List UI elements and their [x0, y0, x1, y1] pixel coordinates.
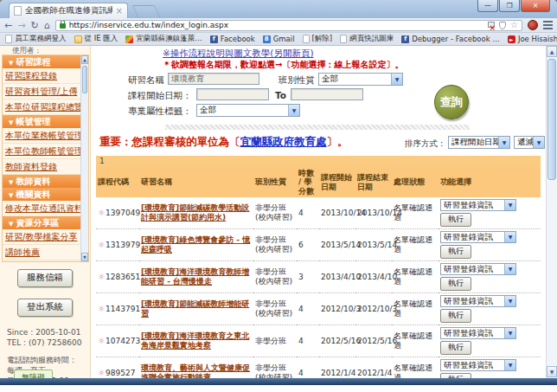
- url-text[interactable]: https://inservice.edu.tw/index_login.asp…: [69, 21, 483, 29]
- execute-button[interactable]: 執行: [440, 341, 471, 355]
- extension-icon[interactable]: [528, 20, 538, 30]
- sidebar-item[interactable]: 研習/教學檔案分享: [3, 229, 80, 245]
- action-select[interactable]: 研習登錄資訊▼: [440, 327, 516, 339]
- sidebar-scroll-up-icon[interactable]: ▲: [81, 55, 88, 64]
- action-select[interactable]: 研習登錄資訊▼: [440, 295, 516, 307]
- restore-button[interactable]: ❒: [499, 0, 520, 12]
- review-unit-link[interactable]: 宜蘭縣政府教育處: [240, 135, 327, 148]
- start-date-cell: 2013/4/10: [319, 261, 355, 293]
- reload-icon[interactable]: ↻: [30, 21, 38, 30]
- close-button[interactable]: ×: [521, 0, 550, 12]
- new-tab-button[interactable]: [132, 5, 161, 17]
- course-flag-icon: ☼: [98, 273, 105, 281]
- course-name-input[interactable]: [168, 73, 259, 85]
- browser-tab[interactable]: 全國教師在職進修資訊網 ×: [9, 3, 128, 18]
- facebook-icon: f: [401, 35, 409, 43]
- start-date-from-input[interactable]: [196, 88, 269, 100]
- bookmark-item[interactable]: 從 IE 匯入: [74, 34, 118, 44]
- table-row: ☼1397049[環境教育]節能減碳教學活動設計與演示講習(節約用水)非學分班 …: [96, 197, 541, 229]
- sidebar-item[interactable]: 本單位教師帳號管理: [3, 144, 80, 159]
- bookmark-item[interactable]: ►Joe Hisaishi in Budok…: [508, 35, 557, 43]
- course-title-link[interactable]: [環境教育]節能減碳教學活動設計與演示講習(節約用水): [141, 203, 249, 222]
- hours-cell: 3: [297, 261, 319, 293]
- tab-close-icon[interactable]: ×: [116, 7, 123, 16]
- help-link[interactable]: ※操作流程說明與圖文教學(另開新頁): [163, 48, 314, 60]
- bookmark-item[interactable]: 8Gmail: [263, 35, 295, 43]
- bookmark-label: Facebook: [221, 35, 255, 43]
- bookmark-item[interactable]: fDebugger - Facebook …: [401, 35, 500, 43]
- status-cell: 名單確認通過: [392, 229, 439, 261]
- bookmark-label: 宜蘭縣蘇澳鎮蓬萊…: [136, 34, 202, 44]
- forward-icon[interactable]: →: [17, 21, 25, 30]
- page-icon: [5, 35, 12, 43]
- scroll-thumb[interactable]: [547, 59, 556, 180]
- youtube-icon: ►: [508, 35, 515, 43]
- course-title-link[interactable]: [環境教育]綠色博覽會參訪 - 憶起森呼吸: [141, 235, 250, 254]
- action-select[interactable]: 研習登錄資訊▼: [440, 231, 516, 243]
- bookmark-item[interactable]: 員工業務網登入: [5, 34, 67, 44]
- bookmark-item[interactable]: 宜蘭縣蘇澳鎮蓬萊…: [125, 34, 202, 44]
- sort-order-select[interactable]: 遞減 ▼: [514, 136, 545, 149]
- course-flag-icon: ☼: [98, 241, 105, 249]
- minimize-button[interactable]: —: [477, 0, 498, 12]
- action-select[interactable]: 研習登錄資訊▼: [440, 263, 516, 275]
- address-bar[interactable]: https://inservice.edu.tw/index_login.asp…: [55, 20, 522, 31]
- course-code: 1313979: [106, 241, 140, 249]
- chrome-menu-icon[interactable]: [543, 21, 553, 29]
- bookmark-item[interactable]: 網頁快訊圖庫: [340, 34, 394, 44]
- course-title-cell: [環境教育]海洋環境教育教師增能研習 - 台灣慢慢走: [139, 261, 253, 293]
- end-date-cell: 2012/5/16: [355, 325, 392, 357]
- scroll-down-icon[interactable]: ▼: [547, 366, 557, 377]
- course-title-link[interactable]: [環境教育]海洋環境教育之東北角海岸景觀實地考察: [141, 331, 249, 350]
- execute-button[interactable]: 執行: [440, 245, 471, 259]
- table-header-cell: 處理狀態: [392, 167, 439, 197]
- scroll-up-icon[interactable]: ▲: [547, 46, 557, 57]
- course-title-cell: [環境教育]節能減碳教師增能研習: [139, 293, 253, 325]
- course-code-cell: ☼1313979: [96, 229, 139, 261]
- pagination-top[interactable]: 1: [96, 156, 541, 167]
- logout-button[interactable]: 登出系統: [17, 299, 73, 317]
- bookmark-item[interactable]: fFacebook: [210, 35, 255, 43]
- page-scrollbar[interactable]: ▲ ▼: [546, 46, 557, 385]
- sidebar-item[interactable]: 研習資料管理/上傳: [3, 84, 80, 100]
- course-title-link[interactable]: [環境教育]節能減碳教師增能研習: [141, 299, 249, 318]
- sidebar-scroll-down-icon[interactable]: ▼: [81, 253, 88, 261]
- info-line: Since : 2005-10-01: [7, 328, 86, 338]
- class-type-cell: 非學分班: [253, 325, 297, 357]
- sidebar-item[interactable]: 教師資料登錄: [3, 159, 80, 175]
- class-type-select[interactable]: 全部 ▼: [318, 73, 403, 86]
- bookmark-item[interactable]: [解除]: [303, 34, 333, 44]
- execute-button[interactable]: 執行: [440, 277, 471, 291]
- sidebar-item[interactable]: 研習課程登錄: [3, 68, 80, 84]
- search-button[interactable]: 查詢: [434, 85, 469, 119]
- sidebar-item[interactable]: 本單位業務帳號管理: [3, 128, 80, 144]
- home-icon[interactable]: ⌂: [44, 21, 50, 30]
- action-select[interactable]: 研習登錄資訊▼: [440, 199, 516, 211]
- table-header-cell: 課程開始日期: [319, 167, 355, 197]
- chevron-down-icon: ▼: [504, 296, 515, 306]
- sidebar-scrollbar[interactable]: ▲ ▼: [80, 55, 88, 261]
- sidebar-item[interactable]: 本單位研習課程總覽: [3, 100, 80, 115]
- action-select-value: 研習登錄資訊: [441, 264, 504, 273]
- execute-button[interactable]: 執行: [440, 213, 471, 227]
- start-date-to-input[interactable]: [291, 88, 363, 100]
- hours-cell: 4: [297, 293, 319, 325]
- back-icon[interactable]: ←: [4, 21, 12, 30]
- info-spacer: [7, 348, 86, 356]
- action-controls: 研習登錄資訊▼執行: [440, 327, 539, 355]
- course-code-cell: ☼1283651: [96, 261, 139, 293]
- action-select[interactable]: 研習登錄資訊▼: [440, 359, 516, 371]
- sidebar-item[interactable]: 修改本單位通訊資料: [3, 201, 80, 216]
- execute-button[interactable]: 執行: [440, 309, 471, 323]
- action-select-value: 研習登錄資訊: [441, 200, 504, 209]
- start-date-cell: 2013/10/14: [319, 197, 355, 229]
- shield-icon[interactable]: [499, 22, 506, 29]
- course-title-link[interactable]: [環境教育]海洋環境教育教師增能研習 - 台灣慢慢走: [141, 267, 249, 286]
- service-mailbox-button[interactable]: 服務信箱: [17, 269, 73, 287]
- blocked-content-icon[interactable]: [487, 22, 495, 29]
- sort-field-select[interactable]: 課程開始日期 ▼: [448, 136, 510, 149]
- bookmark-star-icon[interactable]: ☆: [510, 21, 518, 29]
- sidebar-item[interactable]: 講師推薦: [3, 245, 80, 260]
- sidebar-scroll-thumb[interactable]: [82, 66, 87, 93]
- attribute-tag-select[interactable]: 全部 ▼: [196, 104, 300, 117]
